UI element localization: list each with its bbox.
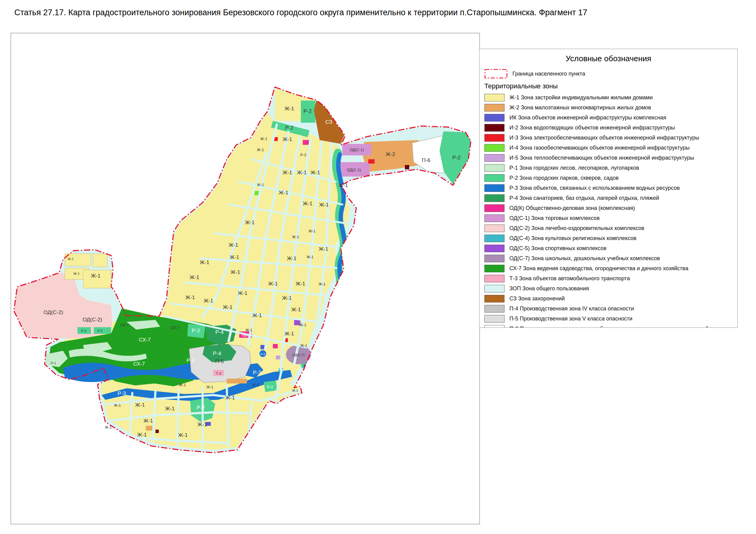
legend-item: Р-1 Зона городских лесов, лесопарков, лу…: [484, 163, 733, 173]
zone-speck-i2: [405, 165, 409, 169]
legend-item: Ж-2 Зона малоэтажных многоквартирных жил…: [484, 103, 733, 113]
map-zone-label: Ж-1: [245, 328, 253, 332]
legend-zones-header: Территориальные зоны: [484, 82, 733, 90]
legend-item-label: СХ-7 Зона ведения садоводства, огороднич…: [509, 265, 688, 272]
map-zone-label: Ж-1: [165, 405, 175, 412]
legend-item: ОД(С-2) Зона лечебно-оздоровительных ком…: [484, 223, 733, 233]
map-zone-label: Ж-1: [135, 402, 145, 408]
legend-item-label: ОД(С-1) Зона торговых комплексов: [509, 215, 600, 221]
page-title: Статья 27.17. Карта градостроительного з…: [14, 8, 587, 17]
map-zone-label: Ж-1: [296, 281, 305, 287]
map-zone-label: Ж-1: [279, 190, 288, 195]
region-zh2-strip: [227, 379, 247, 384]
legend-item-label: Р-4 Зона санаториев, баз отдыха, лагерей…: [509, 195, 659, 201]
map-zone-label: Ж-1: [200, 259, 209, 265]
map-zone-label: Ж-1: [197, 421, 207, 427]
map-zone-label: Р-4: [215, 329, 224, 335]
legend-item-label: И-5 Зона теплообеспечивающих объектов ин…: [509, 155, 694, 161]
legend-swatch-СХ-7: [484, 265, 504, 272]
map-zone-label: Ж-1: [283, 169, 292, 175]
legend-title: Условные обозначения: [484, 54, 733, 64]
map-zone-label: Ж-1: [310, 169, 320, 175]
legend-item-label: ОД(С-7) Зона школьных, дошкольных учебны…: [509, 255, 660, 262]
legend-item: ОД(С-1) Зона торговых комплексов: [484, 213, 733, 223]
legend-item-label: Ж-1 Зона застройки индивидуальными жилым…: [509, 94, 653, 101]
legend-swatch-И-4: [484, 144, 504, 152]
map-zone-label: Р-4: [213, 350, 221, 356]
map-zone-label: Ж-1: [190, 274, 199, 280]
legend-item-label: П-6 Производственная зона, не требующая …: [509, 326, 722, 328]
map-zone-label: СХ-7: [121, 323, 129, 327]
legend-item: Р-2 Зона городских парков, скверов, садо…: [484, 173, 733, 183]
map-zone-label: Ж-1: [252, 312, 261, 318]
map-zone-label: Ж-1: [257, 183, 264, 187]
map-zone-label: Ж-1: [287, 255, 296, 261]
legend-swatch-ЗОП: [484, 285, 504, 292]
map-zone-label: Р-3: [253, 369, 261, 376]
map-zone-label: Ж-1: [230, 254, 239, 260]
legend-item: Р-3 Зона объектов, связанных с использов…: [484, 183, 733, 193]
map-zone-label: Ж-1: [229, 242, 238, 248]
map-zone-label: Ж-1: [91, 273, 100, 279]
legend-item: И-4 Зона газообеспечивающих объектов инж…: [484, 143, 733, 153]
map-zone-label: СХ-7: [171, 326, 179, 330]
map-zone-label: Ж-1: [291, 306, 301, 313]
legend-item: Ж-1 Зона застройки индивидуальными жилым…: [484, 92, 733, 103]
legend-swatch-ОД(С-5): [484, 244, 504, 252]
map-zone-label: Р-3: [187, 357, 195, 364]
legend-item: ОД(С-4) Зона культовых религиозных компл…: [484, 233, 733, 243]
map-zone-label: Ж-1: [143, 418, 153, 424]
legend-item-label: ОД(С-4) Зона культовых религиозных компл…: [509, 235, 636, 242]
legend-swatch-Р-1: [484, 164, 504, 172]
legend-boundary-row: Граница населенного пункта: [484, 68, 733, 80]
map-zone-label: Ж-1: [292, 389, 298, 392]
map-zone-label: Р-2: [192, 327, 200, 334]
map-zone-label: Ж-1: [178, 432, 187, 438]
zone-speck-odk: [303, 140, 309, 145]
map-zone-label: Ж-1: [137, 432, 147, 438]
map-zone-label: Р-2: [304, 108, 312, 114]
legend-item-label: ИК Зона объектов инженерной инфраструкту…: [509, 114, 666, 121]
map-zone-label: Ж-1: [68, 257, 74, 261]
legend-swatch-П-5: [484, 315, 504, 322]
map-zone-label: Ж-1: [114, 403, 121, 408]
map-zone-label: Ж-1: [309, 229, 315, 233]
legend-item-label: П-4 Производственная зона IV класса опас…: [509, 306, 634, 312]
legend-item-label: ОД(К) Общественно-деловая зона (комплекс…: [509, 205, 635, 212]
map-zone-label: Ж-1: [283, 136, 292, 142]
map-zone-label: Ж-1: [284, 105, 294, 112]
map-zone-label: Ж-1: [319, 202, 329, 208]
legend-item: П-5 Производственная зона V класса опасн…: [484, 314, 733, 324]
zone-speck-odk: [273, 344, 278, 348]
legend-item: ОД(К) Общественно-деловая зона (комплекс…: [484, 203, 733, 213]
legend-swatch-И-5: [484, 154, 504, 162]
zone-speck-i3: [368, 159, 375, 164]
map-zone-label: Ж-1: [299, 323, 306, 327]
legend-swatch-ОД(К): [484, 204, 504, 212]
map-zone-label: Ж-1: [338, 182, 348, 188]
map-zone-label: ОД(С-1): [347, 168, 361, 172]
legend-item: ИК Зона объектов инженерной инфраструкту…: [484, 113, 733, 123]
map-zone-label: Ж-1: [282, 295, 291, 301]
legend-panel: Условные обозначения Граница населенного…: [479, 49, 738, 328]
map-zone-label: Ж-1: [230, 269, 240, 275]
map-zone-label: Р-2: [197, 405, 205, 411]
legend-item: П-6 Производственная зона, не требующая …: [484, 324, 733, 328]
legend-item-label: ОД(С-2) Зона лечебно-оздоровительных ком…: [509, 225, 644, 232]
map-zone-label: Ж-1: [252, 383, 259, 387]
map-zone-label: Ж-1: [318, 246, 328, 252]
legend-item: П-4 Производственная зона IV класса опас…: [484, 304, 733, 314]
legend-item: ЗОП Зона общего пользования: [484, 284, 733, 294]
zone-speck-i2: [155, 429, 159, 433]
legend-swatch-ОД(С-4): [484, 235, 504, 242]
map-zone-label: П-5: [215, 358, 224, 364]
map-zone-label: Ж-1: [223, 304, 232, 310]
map-zone-label: Ж-1: [185, 294, 195, 300]
legend-item: И-5 Зона теплообеспечивающих объектов ин…: [484, 153, 733, 163]
legend-items: Ж-1 Зона застройки индивидуальными жилым…: [484, 92, 733, 328]
legend-item-label: ЗОП Зона общего пользования: [509, 286, 589, 292]
legend-swatch-СЗ: [484, 295, 504, 302]
map-zone-label: ОД(С-2): [43, 309, 63, 315]
legend-item: И-3 Зона электрообеспечивающих объектов …: [484, 133, 733, 143]
map-panel: Ж-1Р-2СЗР-2ОД(С-1)ОД(С-1)Ж-2П-6Р-2Ж-1Ж-1…: [11, 33, 480, 524]
